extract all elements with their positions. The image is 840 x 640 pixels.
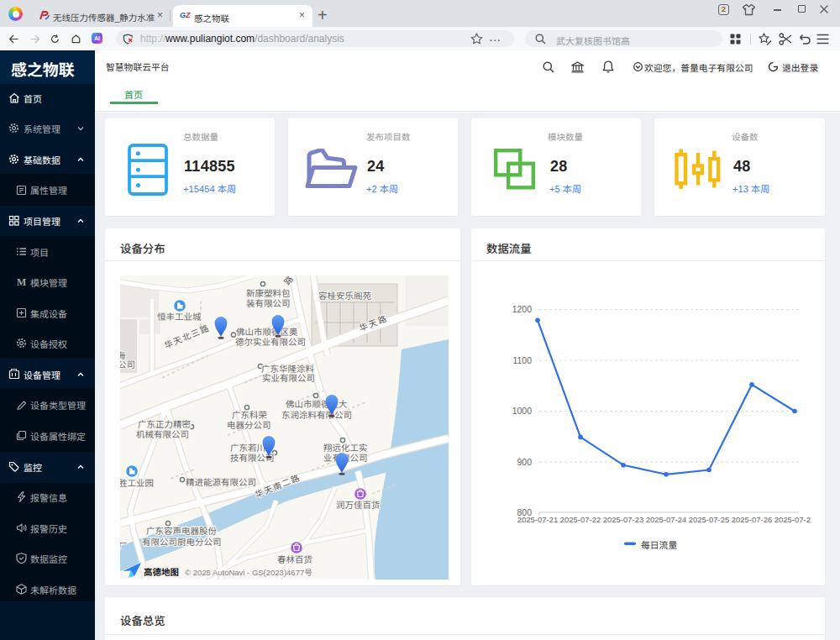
svg-text:2025-07-26: 2025-07-26 bbox=[732, 515, 773, 524]
svg-text:春林百货: 春林百货 bbox=[277, 553, 312, 565]
svg-text:胜工业园: 胜工业园 bbox=[120, 476, 154, 489]
svg-text:厂: 厂 bbox=[120, 539, 128, 552]
svg-text:高德地图: 高德地图 bbox=[144, 565, 179, 578]
svg-text:公司: 公司 bbox=[120, 358, 135, 370]
svg-text:电器分公司: 电器分公司 bbox=[227, 418, 271, 431]
svg-text:恒丰工业城: 恒丰工业城 bbox=[157, 310, 202, 323]
svg-text:每日流量: 每日流量 bbox=[641, 538, 677, 551]
svg-text:900: 900 bbox=[517, 457, 532, 467]
svg-text:装有限公司: 装有限公司 bbox=[246, 296, 291, 309]
svg-text:机械有限公司: 机械有限公司 bbox=[136, 428, 189, 440]
svg-text:实业有限公司: 实业有限公司 bbox=[262, 371, 315, 384]
svg-text:东润涂料有限公司: 东润涂料有限公司 bbox=[281, 408, 352, 421]
svg-text:容桂安乐阁苑: 容桂安乐阁苑 bbox=[318, 289, 371, 302]
svg-text:2025-07-23: 2025-07-23 bbox=[603, 515, 644, 524]
svg-text:1100: 1100 bbox=[512, 355, 532, 365]
svg-text:1200: 1200 bbox=[512, 304, 533, 314]
svg-text:有限公司厨电分公司: 有限公司厨电分公司 bbox=[142, 535, 222, 548]
svg-text:德尔实业有限公司: 德尔实业有限公司 bbox=[235, 335, 306, 348]
svg-text:精进能源有限公司: 精进能源有限公司 bbox=[186, 475, 256, 488]
svg-text:2025-07-21: 2025-07-21 bbox=[517, 515, 559, 524]
svg-text:© 2025 AutoNavi - GS(2023)4677: © 2025 AutoNavi - GS(2023)4677号 bbox=[185, 568, 312, 577]
svg-text:2025-07-24: 2025-07-24 bbox=[646, 515, 687, 524]
svg-text:2025-07-22: 2025-07-22 bbox=[560, 515, 601, 524]
svg-text:M: M bbox=[17, 276, 26, 287]
svg-text:2025-07-27: 2025-07-27 bbox=[774, 515, 811, 524]
svg-text:2025-07-25: 2025-07-25 bbox=[689, 515, 730, 524]
svg-text:润万佳百货: 润万佳百货 bbox=[336, 498, 381, 511]
svg-text:1000: 1000 bbox=[512, 406, 533, 416]
